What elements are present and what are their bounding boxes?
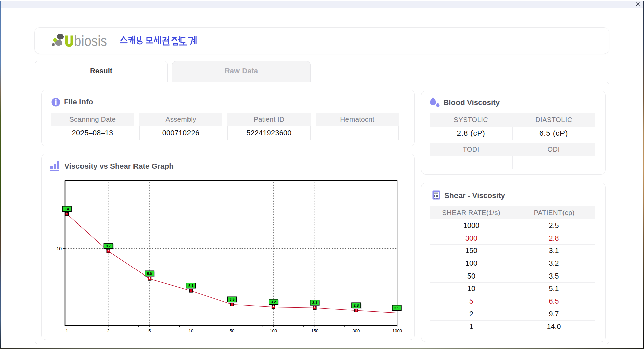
svg-text:1: 1 <box>66 328 68 333</box>
svg-text:100: 100 <box>270 328 277 333</box>
svg-text:3.2: 3.2 <box>271 300 276 304</box>
svg-text:6.5: 6.5 <box>147 271 152 276</box>
svg-text:10: 10 <box>56 246 62 251</box>
svg-text:300: 300 <box>353 328 360 333</box>
svg-text:5: 5 <box>148 328 151 333</box>
svg-text:150: 150 <box>311 328 318 333</box>
svg-text:1000: 1000 <box>392 328 402 333</box>
svg-text:10: 10 <box>189 328 193 333</box>
svg-text:5.1: 5.1 <box>188 284 193 288</box>
svg-text:3.1: 3.1 <box>312 301 317 305</box>
svg-text:3.5: 3.5 <box>229 297 234 301</box>
svg-text:50: 50 <box>230 328 234 333</box>
svg-text:biosis: biosis <box>74 33 107 49</box>
svg-text:9.7: 9.7 <box>106 244 111 248</box>
svg-text:2.8: 2.8 <box>354 303 359 307</box>
svg-text:2.5: 2.5 <box>394 306 399 310</box>
svg-text:2: 2 <box>107 328 109 333</box>
svg-text:14: 14 <box>65 207 69 211</box>
